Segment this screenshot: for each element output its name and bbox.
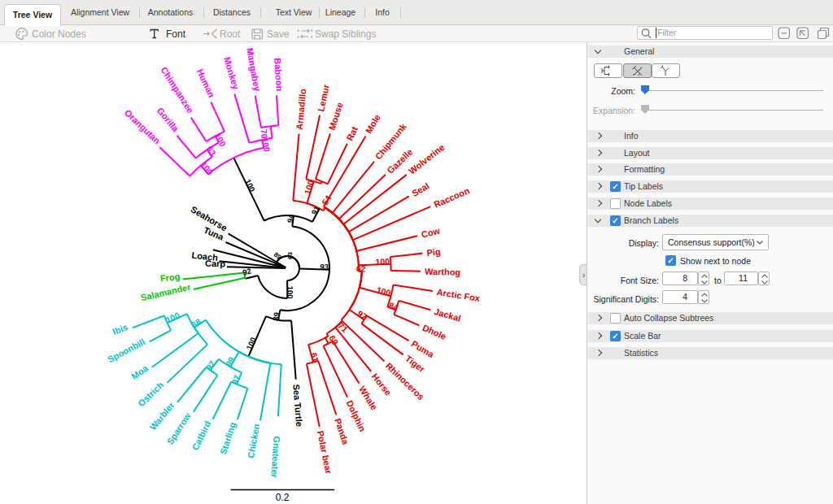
svg-text:63: 63 (286, 252, 294, 259)
svg-text:Panda: Panda (333, 417, 351, 446)
svg-text:Chicken: Chicken (246, 423, 261, 459)
svg-text:Spoonbill: Spoonbill (106, 337, 146, 364)
svg-text:100: 100 (376, 285, 392, 298)
svg-text:Arctic Fox: Arctic Fox (436, 287, 482, 303)
svg-text:100: 100 (213, 131, 229, 148)
svg-text:0.2: 0.2 (276, 492, 290, 503)
svg-text:Jackal: Jackal (433, 306, 462, 324)
svg-text:Mouse: Mouse (327, 101, 345, 131)
svg-text:62: 62 (356, 263, 366, 273)
svg-text:100: 100 (375, 256, 390, 267)
svg-text:100: 100 (198, 159, 216, 176)
svg-text:94: 94 (286, 213, 295, 224)
svg-text:63: 63 (205, 144, 219, 158)
svg-text:91: 91 (309, 204, 321, 216)
svg-text:Horse: Horse (370, 371, 394, 398)
svg-text:Salamander: Salamander (140, 282, 192, 303)
svg-text:Sparrow: Sparrow (165, 411, 193, 446)
svg-text:Lemur: Lemur (316, 83, 331, 112)
svg-text:Dolphin: Dolphin (345, 399, 368, 433)
svg-text:Pig: Pig (426, 246, 441, 258)
svg-text:100: 100 (286, 286, 294, 299)
svg-text:Warbler: Warbler (147, 400, 176, 432)
svg-text:Cow: Cow (421, 225, 442, 239)
svg-text:99: 99 (224, 355, 237, 368)
svg-text:97: 97 (203, 358, 217, 372)
svg-text:Tiger: Tiger (403, 354, 427, 375)
svg-text:70: 70 (259, 128, 269, 139)
svg-text:Mangabey: Mangabey (245, 47, 263, 93)
svg-text:Frog: Frog (159, 272, 181, 283)
svg-text:Sea Turtle: Sea Turtle (291, 384, 304, 427)
svg-text:Polar bear: Polar bear (316, 430, 334, 476)
svg-text:68: 68 (190, 316, 203, 329)
svg-text:89: 89 (271, 311, 281, 321)
svg-text:Dhole: Dhole (421, 323, 448, 341)
svg-text:Catbird: Catbird (190, 419, 212, 452)
svg-text:Wolverine: Wolverine (407, 142, 447, 176)
svg-text:93: 93 (320, 262, 329, 271)
svg-text:Moa: Moa (129, 363, 150, 381)
svg-text:Seal: Seal (410, 180, 431, 198)
svg-text:Whale: Whale (357, 385, 379, 412)
svg-text:Monkey: Monkey (222, 56, 242, 92)
svg-text:100: 100 (303, 179, 316, 195)
svg-text:Human: Human (195, 67, 217, 99)
svg-text:Starling: Starling (218, 421, 238, 456)
svg-text:97: 97 (355, 308, 369, 322)
svg-text:Mole: Mole (364, 113, 382, 136)
svg-text:Gnateater: Gnateater (269, 436, 281, 479)
svg-text:Armadillo: Armadillo (294, 88, 307, 130)
svg-text:Raccoon: Raccoon (433, 185, 472, 210)
svg-text:Ostrich: Ostrich (136, 380, 165, 408)
svg-text:Gorilla: Gorilla (155, 106, 181, 134)
svg-text:Rat: Rat (344, 124, 360, 141)
svg-text:69: 69 (327, 333, 340, 346)
svg-text:Ibis: Ibis (111, 322, 129, 337)
svg-text:100: 100 (164, 310, 181, 324)
svg-text:Baboon: Baboon (273, 58, 284, 92)
svg-text:Warthog: Warthog (425, 267, 460, 277)
svg-text:Carp: Carp (205, 259, 226, 269)
svg-text:100: 100 (260, 137, 273, 153)
svg-text:100: 100 (243, 178, 257, 193)
